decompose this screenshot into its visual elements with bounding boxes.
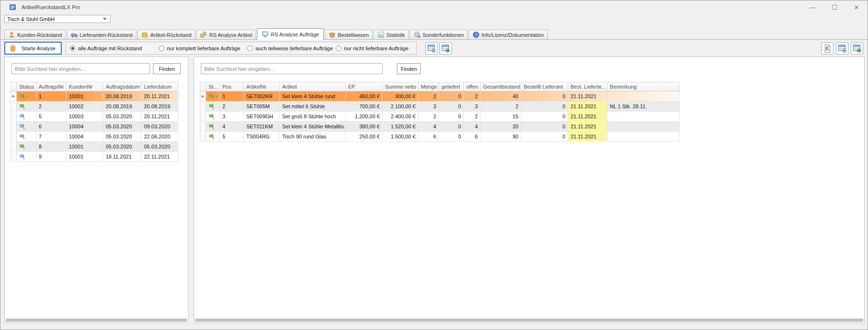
column-header[interactable]: offen (464, 82, 481, 91)
status-cell[interactable] (17, 122, 36, 132)
horizontal-scrollbar[interactable] (6, 319, 187, 322)
column-header[interactable]: Auftragsdatum (103, 82, 142, 91)
table-row[interactable]: 2 10002 20.08.2019 20.08.2019 (11, 102, 178, 112)
row-marker[interactable]: ▶ (200, 91, 206, 102)
radio-alle-auftraege[interactable]: alle Aufträge mit Rückstand (70, 46, 142, 51)
status-cell[interactable] (17, 152, 36, 162)
row-marker[interactable] (11, 132, 17, 142)
cell-menge[interactable]: 6 (418, 132, 439, 142)
cell-artikelnr[interactable]: SET011KM (244, 122, 280, 132)
status-cell[interactable]: ▾ (206, 91, 220, 102)
cell-ep[interactable]: 450,00 € (346, 91, 383, 102)
cell-auftragsdatum[interactable]: 20.08.2019 (103, 91, 142, 102)
cell-pos[interactable]: 1 (220, 91, 244, 102)
column-header[interactable]: Lieferdatum (142, 82, 178, 91)
cell-auftragsnr[interactable]: 9 (36, 152, 66, 162)
cell-bemerkung[interactable] (607, 91, 680, 102)
status-filter-arrow-icon[interactable]: ▾ (26, 92, 28, 102)
cell-geliefert[interactable]: 0 (439, 91, 464, 102)
cell-summe-netto[interactable]: 1.500,00 € (383, 132, 418, 142)
tab-rs-analyse-auftraege[interactable]: RS Analyse Aufträge (257, 28, 324, 40)
cell-artikelnr[interactable]: SET005M (244, 102, 280, 112)
cell-kundennr[interactable]: 10003 (66, 112, 103, 122)
cell-artikel[interactable]: Tisch 90 rund Glas (280, 132, 346, 142)
radio-teilweise-lieferbare[interactable]: auch teilweise lieferbare Aufträge (247, 46, 333, 51)
cell-lieferdatum[interactable]: 20.08.2019 (142, 102, 178, 112)
column-header[interactable]: geliefert (439, 82, 464, 91)
tab-statistik[interactable]: Statistik (374, 30, 409, 39)
cell-ep[interactable]: 380,00 € (346, 122, 383, 132)
cell-lieferdatum[interactable]: 20.11.2021 (142, 91, 178, 102)
cell-bemerkung[interactable]: NL 1 Stk. 28.11. (607, 102, 680, 112)
cell-bemerkung[interactable] (607, 122, 680, 132)
cell-geliefert[interactable]: 0 (439, 112, 464, 122)
column-header[interactable]: KundenNr (66, 82, 103, 91)
cell-best-liefertermin[interactable]: 21.11.2021 (568, 112, 607, 122)
cell-artikel[interactable]: Set groß 8 Stühle hoch (280, 112, 346, 122)
cell-auftragsdatum[interactable]: 18.11.2021 (103, 152, 142, 162)
table-row[interactable]: 5 10003 05.03.2020 20.11.2021 (11, 112, 178, 122)
scrollbar-thumb[interactable] (195, 319, 863, 322)
cell-geliefert[interactable]: 0 (439, 132, 464, 142)
cell-gesamtbestand[interactable]: 20 (481, 122, 521, 132)
table-row[interactable]: 9 10001 18.11.2021 22.11.2021 (11, 152, 178, 162)
column-header[interactable]: Bemerkung (607, 82, 680, 91)
cell-artikel[interactable]: Set klein 4 Stühle rund (280, 91, 346, 102)
cell-lieferdatum[interactable]: 22.11.2021 (142, 152, 178, 162)
cell-auftragsnr[interactable]: 7 (36, 132, 66, 142)
row-marker[interactable] (11, 102, 17, 112)
cell-bemerkung[interactable] (607, 112, 680, 122)
column-header[interactable]: Pos (220, 82, 244, 91)
status-cell[interactable] (17, 102, 36, 112)
table-row[interactable]: 8 10001 05.03.2020 05.03.2020 (11, 142, 178, 152)
cell-auftragsdatum[interactable]: 05.03.2020 (103, 122, 142, 132)
column-header[interactable]: Best. Lieferte... (568, 82, 607, 91)
cell-best-liefertermin[interactable]: 21.11.2021 (568, 102, 607, 112)
cell-offen[interactable]: 2 (464, 91, 481, 102)
cell-ep[interactable]: 250,00 € (346, 132, 383, 142)
row-marker[interactable] (11, 112, 17, 122)
column-header[interactable]: Status (17, 82, 36, 91)
cell-ep[interactable]: 700,00 € (346, 102, 383, 112)
cell-offen[interactable]: 2 (464, 112, 481, 122)
column-header[interactable]: Menge (418, 82, 439, 91)
maximize-button[interactable]: ☐ (824, 0, 846, 14)
cell-bestellt-lieferant[interactable]: 0 (521, 102, 568, 112)
status-cell[interactable] (206, 122, 220, 132)
scrollbar-thumb[interactable] (6, 319, 187, 322)
column-header[interactable]: ArtikelNr (244, 82, 280, 91)
cell-auftragsnr[interactable]: 5 (36, 112, 66, 122)
row-marker[interactable] (11, 122, 17, 132)
cell-geliefert[interactable]: 0 (439, 122, 464, 132)
cell-bestellt-lieferant[interactable]: 0 (521, 112, 568, 122)
cell-pos[interactable]: 5 (220, 132, 244, 142)
cell-best-liefertermin[interactable]: 21.11.2021 (568, 91, 607, 102)
cell-best-liefertermin[interactable]: 21.11.2021 (568, 122, 607, 132)
status-filter-arrow-icon[interactable]: ▾ (216, 92, 218, 102)
cell-lieferdatum[interactable]: 22.06.2020 (142, 132, 178, 142)
status-cell[interactable] (206, 112, 220, 122)
cell-auftragsnr[interactable]: 1 (36, 91, 66, 102)
status-cell[interactable] (17, 142, 36, 152)
row-marker[interactable] (200, 132, 206, 142)
status-cell[interactable] (17, 112, 36, 122)
status-cell[interactable] (17, 132, 36, 142)
grid-export-button-right[interactable] (851, 42, 863, 55)
radio-nicht-lieferbare[interactable]: nur nicht lieferbare Aufträge (336, 46, 408, 51)
row-marker[interactable]: ▶ (11, 91, 17, 102)
cell-auftragsdatum[interactable]: 05.03.2020 (103, 132, 142, 142)
cell-menge[interactable]: 2 (418, 91, 439, 102)
minimize-button[interactable]: — (802, 0, 824, 14)
cell-auftragsnr[interactable]: 2 (36, 102, 66, 112)
cell-artikelnr[interactable]: TS004RG (244, 132, 280, 142)
column-header[interactable]: St... (206, 82, 220, 91)
cell-artikelnr[interactable]: SET002KR (244, 91, 280, 102)
grid-export-button-left[interactable] (439, 42, 452, 55)
orders-find-button[interactable]: Finden (153, 63, 181, 74)
status-cell[interactable] (206, 102, 220, 112)
cell-summe-netto[interactable]: 900,00 € (383, 91, 418, 102)
status-cell[interactable] (206, 132, 220, 142)
tab-sonderfunktionen[interactable]: Sonderfunktionen (410, 30, 468, 39)
cell-summe-netto[interactable]: 1.520,00 € (383, 122, 418, 132)
table-row[interactable]: 6 10004 05.03.2020 09.03.2020 (11, 122, 178, 132)
